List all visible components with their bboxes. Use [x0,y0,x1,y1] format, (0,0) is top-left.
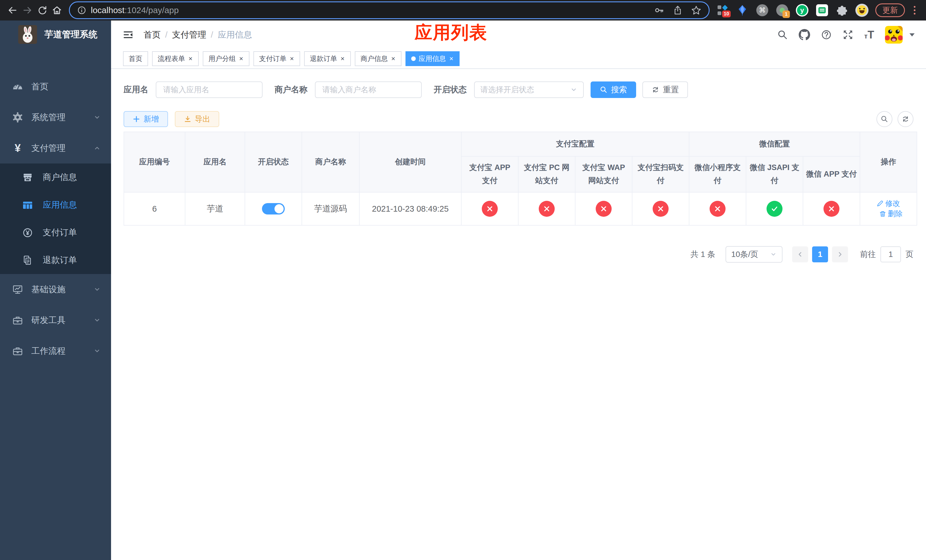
breadcrumb-payment[interactable]: 支付管理 [172,29,206,41]
prev-page-button[interactable] [792,247,808,262]
extension-grid-icon[interactable]: 10 [716,4,729,17]
store-icon [21,172,34,183]
search-button[interactable]: 搜索 [590,82,636,98]
row-enabled-switch[interactable] [262,203,285,215]
cross-icon [656,204,665,213]
bookmark-star-icon[interactable] [691,5,701,15]
status-select-placeholder: 请选择开启状态 [480,85,534,95]
tab-app-info[interactable]: 应用信息× [406,51,460,66]
app-grid-icon [21,200,34,211]
sidebar-item-pay-orders[interactable]: 支付订单 [0,219,111,247]
search-icon[interactable] [777,29,788,40]
tab-pay-orders[interactable]: 支付订单× [253,51,300,66]
check-icon [770,204,779,213]
col-header-alipay-wap: 支付宝 WAP 网站支付 [575,156,632,192]
extensions-puzzle-icon[interactable] [835,4,849,17]
page-unit-label: 页 [905,249,914,260]
avatar-caret-icon[interactable] [909,33,915,36]
extension-notification-badge: 1 [782,11,790,18]
browser-back-button[interactable] [5,3,20,18]
next-page-button[interactable] [832,247,848,262]
cell-app-name: 芋道 [185,192,245,225]
tab-close-icon[interactable]: × [449,55,454,63]
goto-page-input[interactable] [881,247,901,262]
user-avatar[interactable] [885,26,903,44]
sidebar: 芋道管理系统 首页 系统管理 ¥ 支付管理 [0,21,111,560]
github-icon[interactable] [799,29,810,41]
briefcase-icon [11,315,24,325]
sidebar-item-system[interactable]: 系统管理 [0,102,111,133]
sidebar-item-label: 系统管理 [31,112,65,123]
page-number-button[interactable]: 1 [812,247,828,262]
status-select[interactable]: 请选择开启状态 [474,82,584,98]
sidebar-item-label: 应用信息 [43,199,77,211]
browser-home-button[interactable] [50,3,64,18]
browser-update-button[interactable]: 更新 [875,3,905,17]
sidebar-item-refund-orders[interactable]: 退款订单 [0,247,111,274]
fullscreen-icon[interactable] [843,29,853,40]
tab-merchant-info[interactable]: 商户信息× [355,51,401,66]
tab-close-icon[interactable]: × [239,55,244,63]
show-search-toggle-button[interactable] [876,111,893,127]
help-icon[interactable] [821,29,832,40]
app-logo-row[interactable]: 芋道管理系统 [0,21,111,44]
extension-profile-icon[interactable]: 1 [776,4,789,17]
page-size-select[interactable]: 10条/页 [726,246,782,263]
sidebar-item-merchant-info[interactable]: 商户信息 [0,163,111,191]
browser-profile-avatar[interactable] [855,4,869,17]
browser-reload-button[interactable] [35,3,50,18]
refresh-icon [652,86,660,94]
sidebar-item-dev-tools[interactable]: 研发工具 [0,305,111,336]
extension-command-icon[interactable]: ⌘ [756,4,769,17]
extension-chat-icon[interactable] [816,4,829,17]
tab-process-form[interactable]: 流程表单× [152,51,199,66]
breadcrumb-home[interactable]: 首页 [144,29,160,41]
edit-row-link[interactable]: 修改 [877,198,900,209]
browser-forward-button[interactable] [20,3,35,18]
sidebar-item-label: 支付订单 [43,227,77,238]
cross-icon [713,204,722,213]
sidebar-item-home[interactable]: 首页 [0,71,111,102]
export-button[interactable]: 导出 [175,111,219,127]
search-icon [881,115,888,123]
tab-close-icon[interactable]: × [391,55,396,63]
sidebar-item-infrastructure[interactable]: 基础设施 [0,274,111,305]
browser-menu-icon[interactable] [909,6,920,15]
share-icon[interactable] [673,5,682,15]
edit-pencil-icon [877,200,884,207]
sidebar-item-payment[interactable]: ¥ 支付管理 [0,133,111,163]
add-button[interactable]: 新增 [124,111,168,127]
tab-refund-orders[interactable]: 退款订单× [304,51,351,66]
app-name-input[interactable] [156,82,263,98]
sidebar-fold-icon[interactable] [123,29,134,41]
trash-icon [879,210,886,217]
col-header-app-id: 应用编号 [124,132,185,192]
tab-close-icon[interactable]: × [289,55,294,63]
reset-button[interactable]: 重置 [642,82,688,98]
url-host: localhost [91,5,124,15]
sidebar-item-workflow[interactable]: 工作流程 [0,336,111,366]
sidebar-item-app-info[interactable]: 应用信息 [0,191,111,219]
tab-home[interactable]: 首页 [123,51,148,66]
extension-kite-icon[interactable] [736,4,749,17]
monitor-icon [11,284,24,295]
tab-user-group[interactable]: 用户分组× [203,51,250,66]
top-navbar: 首页 / 支付管理 / 应用信息 应用列表 [111,21,926,49]
text-size-icon[interactable]: тT [864,30,874,39]
tab-close-icon[interactable]: × [340,55,345,63]
refresh-icon [902,115,909,123]
col-header-wechat-mini: 微信小程序支付 [689,156,746,192]
merchant-name-input[interactable] [315,82,422,98]
extension-yuque-icon[interactable]: y [796,4,809,17]
site-info-icon[interactable] [77,6,86,15]
delete-row-link[interactable]: 删除 [879,209,903,219]
forward-icon [22,5,32,15]
status-badge [653,201,669,217]
extensions-row: 10 ⌘ 1 y [716,4,869,17]
cross-icon [542,204,551,213]
chevron-right-icon [837,251,843,258]
password-key-icon[interactable] [654,5,664,15]
tab-close-icon[interactable]: × [188,55,193,63]
refresh-table-button[interactable] [897,111,914,127]
address-bar[interactable]: localhost:1024/pay/app [69,2,710,19]
